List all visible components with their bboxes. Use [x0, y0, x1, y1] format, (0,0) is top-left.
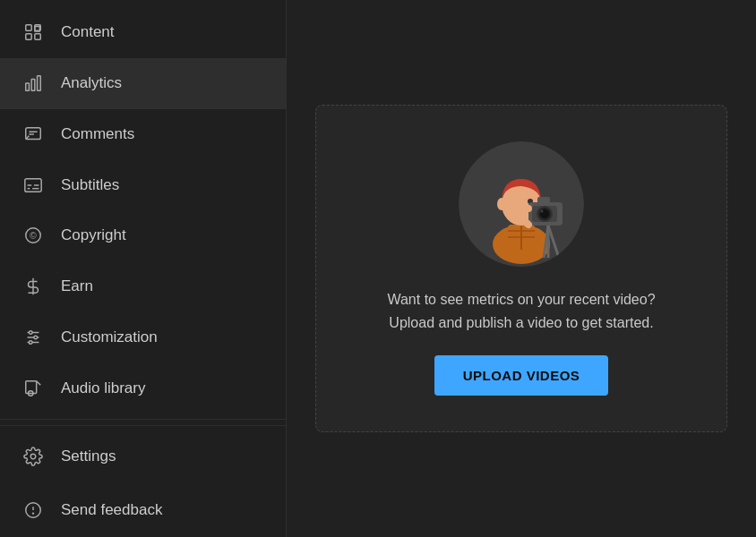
- audio-library-icon: [21, 377, 45, 400]
- sidebar-label-subtitles: Subtitles: [61, 176, 119, 194]
- sidebar-label-settings: Settings: [61, 448, 116, 465]
- svg-text:©: ©: [30, 231, 37, 241]
- svg-rect-3: [35, 34, 40, 39]
- sidebar-label-copyright: Copyright: [61, 226, 126, 244]
- empty-state-text: Want to see metrics on your recent video…: [387, 288, 655, 334]
- earn-icon: [21, 275, 45, 298]
- svg-point-31: [33, 513, 34, 514]
- svg-point-39: [497, 198, 506, 210]
- sidebar-item-subtitles[interactable]: Subtitles: [0, 159, 286, 210]
- copyright-icon: ©: [21, 224, 45, 247]
- svg-point-24: [29, 341, 32, 345]
- svg-rect-0: [26, 25, 31, 30]
- sidebar-label-audio-library: Audio library: [61, 379, 146, 397]
- svg-rect-5: [26, 83, 30, 90]
- sidebar-label-earn: Earn: [61, 277, 93, 295]
- sidebar-label-customization: Customization: [61, 328, 158, 346]
- main-content: Want to see metrics on your recent video…: [287, 0, 756, 537]
- camera-illustration: [459, 141, 584, 267]
- feedback-icon: [21, 499, 45, 522]
- svg-rect-49: [537, 197, 550, 204]
- sidebar-label-content: Content: [61, 23, 115, 41]
- sidebar-label-send-feedback: Send feedback: [61, 501, 162, 519]
- sidebar: Content Analytics Comments Subtitles © C…: [0, 0, 287, 537]
- sidebar-divider: [0, 419, 286, 420]
- sidebar-item-earn[interactable]: Earn: [0, 261, 286, 312]
- analytics-icon: [21, 72, 45, 95]
- svg-rect-2: [26, 34, 31, 39]
- sidebar-label-analytics: Analytics: [61, 74, 122, 92]
- sidebar-item-send-feedback[interactable]: Send feedback: [0, 483, 286, 537]
- customization-icon: [21, 326, 45, 349]
- illustration-container: [459, 141, 584, 267]
- sidebar-label-comments: Comments: [61, 125, 134, 143]
- settings-icon: [21, 445, 45, 468]
- svg-point-23: [34, 336, 38, 339]
- empty-state-card: Want to see metrics on your recent video…: [315, 105, 727, 432]
- sidebar-item-copyright[interactable]: © Copyright: [0, 210, 286, 261]
- subtitles-icon: [21, 174, 45, 197]
- sidebar-item-audio-library[interactable]: Audio library: [0, 362, 286, 413]
- svg-point-22: [29, 331, 32, 335]
- sidebar-item-comments[interactable]: Comments: [0, 109, 286, 160]
- sidebar-bottom: Settings Send feedback: [0, 425, 286, 537]
- content-icon: [21, 21, 45, 44]
- svg-rect-6: [31, 80, 35, 91]
- sidebar-item-settings[interactable]: Settings: [0, 430, 286, 483]
- sidebar-item-analytics[interactable]: Analytics: [0, 58, 286, 109]
- sidebar-item-customization[interactable]: Customization: [0, 312, 286, 363]
- svg-point-48: [541, 209, 544, 212]
- upload-videos-button[interactable]: UPLOAD VIDEOS: [434, 355, 609, 396]
- comments-icon: [21, 123, 45, 146]
- svg-point-28: [30, 454, 36, 459]
- svg-rect-7: [38, 76, 41, 91]
- sidebar-item-content[interactable]: Content: [0, 7, 286, 58]
